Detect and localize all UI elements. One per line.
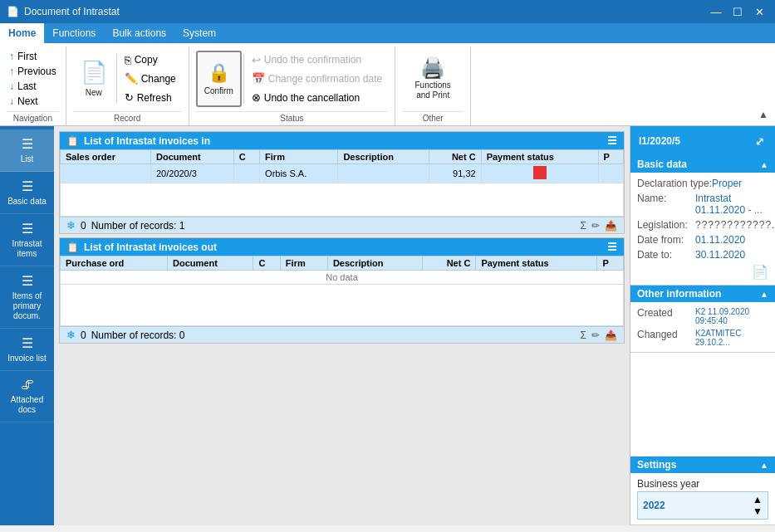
other-info-header[interactable]: Other information ▲ <box>630 286 775 302</box>
intrastat-icon: ☰ <box>22 221 33 237</box>
year-down-arrow[interactable]: ▼ <box>753 505 763 517</box>
date-from-value: 01.11.2020 <box>695 234 745 246</box>
attach-icon: 🖇 <box>21 378 34 393</box>
edit-out-icon[interactable]: ✏ <box>591 329 600 341</box>
col-description-out: Description <box>327 256 422 271</box>
arrow-up-icon: ↑ <box>9 51 14 62</box>
settings-header[interactable]: Settings ▲ <box>630 456 775 473</box>
no-data-cell: No data <box>61 271 624 285</box>
sidebar-item-list[interactable]: ☰ List <box>0 129 54 172</box>
functions-print-button[interactable]: 🖨️ Functions and Print <box>402 51 464 107</box>
undo-confirmation-button[interactable]: ↩ Undo the confirmation <box>246 51 388 68</box>
grid-out-footer: ❄ 0 Number of records: 0 Σ ✏ 📤 <box>60 326 624 343</box>
status-group-label: Status <box>196 111 388 125</box>
changed-label: Changed <box>637 329 695 340</box>
change-confirmation-date-button[interactable]: 📅 Change confirmation date <box>246 71 388 87</box>
table-row[interactable]: 20/2020/3 Orbis S.A. 91,32 <box>61 164 624 183</box>
status-divider <box>243 54 244 104</box>
ribbon-group-record: 📄 New ⎘ Copy ✏️ Change ↻ Refresh Record <box>66 46 189 125</box>
col-description: Description <box>338 150 429 164</box>
ribbon-group-status: 🔒 Confirm ↩ Undo the confirmation 📅 Chan… <box>189 46 395 125</box>
name-value: Intrastat 01.11.2020 - ... <box>695 193 768 216</box>
sidebar-item-attached-docs[interactable]: 🖇 Attached docs <box>0 371 54 422</box>
arrow-up2-icon: ↑ <box>9 66 14 77</box>
sidebar-item-invoice-list[interactable]: ☰ Invoice list <box>0 329 54 371</box>
settings-label: Settings <box>637 459 676 471</box>
refresh-button[interactable]: ↻ Refresh <box>119 90 182 106</box>
print-icon: 🖨️ <box>420 58 445 78</box>
nav-previous[interactable]: ↑ Previous <box>7 65 59 78</box>
col-c: C <box>233 150 259 164</box>
basic-data-content: Declaration type: Proper Name: Intrastat… <box>630 173 775 285</box>
app-icon: 📄 <box>7 6 19 17</box>
basic-data-header[interactable]: Basic data ▲ <box>630 156 775 173</box>
nav-next[interactable]: ↓ Next <box>7 95 59 108</box>
change-icon: ✏️ <box>125 72 138 85</box>
col-p: P <box>598 150 623 164</box>
grid-in-footer-num: 0 <box>81 220 86 232</box>
year-field[interactable]: 2022 ▲ ▼ <box>637 491 768 520</box>
grid-in-table: Sales order Document C Firm Description … <box>60 149 624 217</box>
year-arrows[interactable]: ▲ ▼ <box>753 494 763 517</box>
cancel-circle-icon: ⊗ <box>252 91 261 104</box>
new-button[interactable]: 📄 New <box>73 51 115 107</box>
sidebar-item-intrastat-items[interactable]: ☰ Intrastat items <box>0 214 54 266</box>
cell-net-c: 91,32 <box>429 164 481 183</box>
nav-last[interactable]: ↓ Last <box>7 80 59 93</box>
right-panel-title-text: I1/2020/5 <box>639 135 680 147</box>
info-row-created: Created K2 11.09.2020 09:45:40 <box>637 305 768 327</box>
sigma-icon[interactable]: Σ <box>581 220 586 232</box>
lock-icon: 🔒 <box>208 62 230 84</box>
ribbon: ↑ First ↑ Previous ↓ Last ↓ Next Navigat… <box>0 43 775 126</box>
legislation-label: Legislation: <box>637 219 695 231</box>
undo-cancellation-button[interactable]: ⊗ Undo the cancellation <box>246 90 388 106</box>
legislation-value: ????????????... <box>695 219 775 231</box>
grid-in-menu-icon[interactable]: ☰ <box>607 134 617 147</box>
grid-in-footer: ❄ 0 Number of records: 1 Σ ✏ 📤 <box>60 217 624 233</box>
info-row-declaration: Declaration type: Proper <box>637 176 768 191</box>
right-panel-basic-data: Basic data ▲ Declaration type: Proper Na… <box>630 156 775 286</box>
external-link-button[interactable]: ⤢ <box>753 134 767 149</box>
date-from-label: Date from: <box>637 234 695 246</box>
export-out-icon[interactable]: 📤 <box>605 329 617 341</box>
menu-bulk-actions[interactable]: Bulk actions <box>104 23 174 43</box>
menu-home[interactable]: Home <box>0 23 44 43</box>
grid-in-footer-count: Number of records: 1 <box>91 220 185 232</box>
info-row-date-to: Date to: 30.11.2020 <box>637 247 768 262</box>
info-row-legislation: Legislation: ????????????... <box>637 217 768 232</box>
cell-document: 20/2020/3 <box>150 164 233 183</box>
change-button[interactable]: ✏️ Change <box>119 71 182 87</box>
menu-system[interactable]: System <box>174 23 224 43</box>
sidebar-item-primary-items[interactable]: ☰ Items of primary docum. <box>0 266 54 329</box>
export-icon[interactable]: 📤 <box>605 220 617 232</box>
minimize-button[interactable]: — <box>707 4 725 19</box>
year-up-arrow[interactable]: ▲ <box>753 494 763 505</box>
sigma-out-icon[interactable]: Σ <box>581 329 586 341</box>
basic-data-label: Basic data <box>637 159 687 170</box>
col-p-out: P <box>597 256 624 271</box>
grid-out-table: Purchase ord Document C Firm Description… <box>60 256 624 326</box>
col-sales-order: Sales order <box>61 150 151 164</box>
sidebar-item-basic-data[interactable]: ☰ Basic data <box>0 172 54 214</box>
empty-row <box>61 183 624 217</box>
grid-out-menu-icon[interactable]: ☰ <box>607 241 617 253</box>
status-small-buttons: ↩ Undo the confirmation 📅 Change confirm… <box>246 51 388 107</box>
nav-first[interactable]: ↑ First <box>7 50 59 63</box>
snowflake-icon: ❄ <box>66 219 76 232</box>
col-document: Document <box>150 150 233 164</box>
doc-view-icon[interactable]: 📄 <box>752 264 768 280</box>
copy-button[interactable]: ⎘ Copy <box>119 51 182 68</box>
col-firm-out: Firm <box>280 256 327 271</box>
record-small-buttons: ⎘ Copy ✏️ Change ↻ Refresh <box>119 51 182 107</box>
close-button[interactable]: ✕ <box>750 4 768 19</box>
edit-icon[interactable]: ✏ <box>591 220 600 232</box>
menu-functions[interactable]: Functions <box>44 23 104 43</box>
nav-buttons: ↑ First ↑ Previous ↓ Last ↓ Next <box>7 50 59 108</box>
no-data-row: No data <box>61 271 624 285</box>
confirm-button[interactable]: 🔒 Confirm <box>196 51 242 107</box>
right-panel: I1/2020/5 ⤢ Basic data ▲ Declaration typ… <box>630 126 775 525</box>
collapse-ribbon-button[interactable]: ▲ <box>755 107 772 122</box>
maximize-button[interactable]: ☐ <box>728 4 747 19</box>
cell-p <box>598 164 623 183</box>
right-panel-other-info: Other information ▲ Created K2 11.09.202… <box>630 286 775 353</box>
